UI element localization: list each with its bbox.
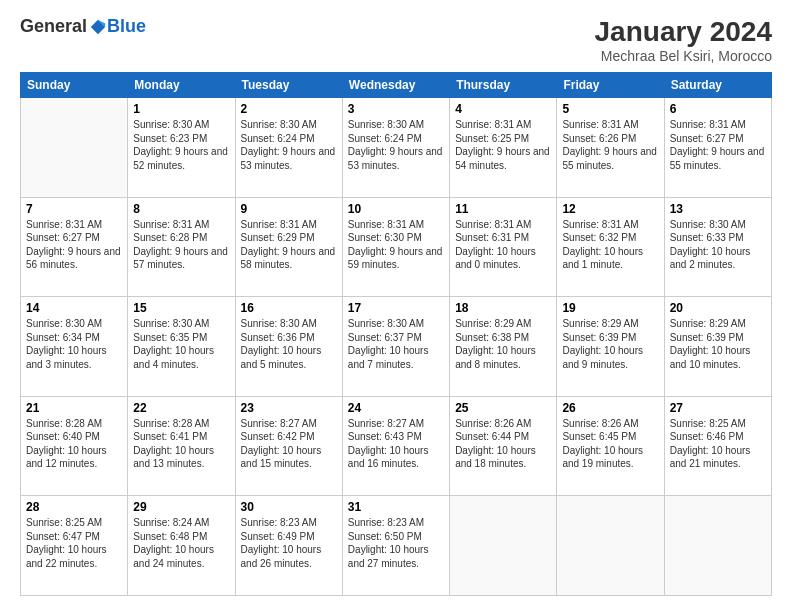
day-number: 10 [348,202,444,216]
day-info: Sunrise: 8:30 AMSunset: 6:36 PMDaylight:… [241,317,337,371]
subtitle: Mechraa Bel Ksiri, Morocco [595,48,772,64]
day-info: Sunrise: 8:31 AMSunset: 6:25 PMDaylight:… [455,118,551,172]
day-info: Sunrise: 8:27 AMSunset: 6:43 PMDaylight:… [348,417,444,471]
calendar-cell: 16Sunrise: 8:30 AMSunset: 6:36 PMDayligh… [235,297,342,397]
column-header-tuesday: Tuesday [235,73,342,98]
day-info: Sunrise: 8:24 AMSunset: 6:48 PMDaylight:… [133,516,229,570]
calendar-page: General Blue January 2024 Mechraa Bel Ks… [0,0,792,612]
day-number: 12 [562,202,658,216]
logo-icon [89,18,107,36]
day-number: 19 [562,301,658,315]
day-info: Sunrise: 8:31 AMSunset: 6:28 PMDaylight:… [133,218,229,272]
calendar-cell: 26Sunrise: 8:26 AMSunset: 6:45 PMDayligh… [557,396,664,496]
calendar-cell [450,496,557,596]
calendar-cell: 24Sunrise: 8:27 AMSunset: 6:43 PMDayligh… [342,396,449,496]
calendar-cell: 11Sunrise: 8:31 AMSunset: 6:31 PMDayligh… [450,197,557,297]
calendar-cell: 18Sunrise: 8:29 AMSunset: 6:38 PMDayligh… [450,297,557,397]
day-number: 31 [348,500,444,514]
day-info: Sunrise: 8:30 AMSunset: 6:37 PMDaylight:… [348,317,444,371]
day-info: Sunrise: 8:28 AMSunset: 6:41 PMDaylight:… [133,417,229,471]
day-info: Sunrise: 8:27 AMSunset: 6:42 PMDaylight:… [241,417,337,471]
day-number: 16 [241,301,337,315]
day-info: Sunrise: 8:31 AMSunset: 6:31 PMDaylight:… [455,218,551,272]
day-number: 21 [26,401,122,415]
column-header-saturday: Saturday [664,73,771,98]
calendar-cell: 31Sunrise: 8:23 AMSunset: 6:50 PMDayligh… [342,496,449,596]
day-number: 8 [133,202,229,216]
day-info: Sunrise: 8:30 AMSunset: 6:23 PMDaylight:… [133,118,229,172]
calendar-cell: 20Sunrise: 8:29 AMSunset: 6:39 PMDayligh… [664,297,771,397]
calendar-cell: 27Sunrise: 8:25 AMSunset: 6:46 PMDayligh… [664,396,771,496]
svg-marker-0 [91,19,105,33]
column-header-sunday: Sunday [21,73,128,98]
main-title: January 2024 [595,16,772,48]
calendar-header-row: SundayMondayTuesdayWednesdayThursdayFrid… [21,73,772,98]
calendar-cell: 4Sunrise: 8:31 AMSunset: 6:25 PMDaylight… [450,98,557,198]
calendar-cell: 8Sunrise: 8:31 AMSunset: 6:28 PMDaylight… [128,197,235,297]
day-number: 18 [455,301,551,315]
logo: General Blue [20,16,146,37]
day-number: 2 [241,102,337,116]
column-header-wednesday: Wednesday [342,73,449,98]
day-number: 24 [348,401,444,415]
day-info: Sunrise: 8:31 AMSunset: 6:30 PMDaylight:… [348,218,444,272]
day-number: 25 [455,401,551,415]
day-number: 15 [133,301,229,315]
column-header-thursday: Thursday [450,73,557,98]
day-info: Sunrise: 8:29 AMSunset: 6:38 PMDaylight:… [455,317,551,371]
day-info: Sunrise: 8:31 AMSunset: 6:26 PMDaylight:… [562,118,658,172]
calendar-cell: 12Sunrise: 8:31 AMSunset: 6:32 PMDayligh… [557,197,664,297]
day-number: 26 [562,401,658,415]
day-info: Sunrise: 8:25 AMSunset: 6:47 PMDaylight:… [26,516,122,570]
calendar-cell: 6Sunrise: 8:31 AMSunset: 6:27 PMDaylight… [664,98,771,198]
day-info: Sunrise: 8:30 AMSunset: 6:35 PMDaylight:… [133,317,229,371]
day-info: Sunrise: 8:30 AMSunset: 6:33 PMDaylight:… [670,218,766,272]
day-number: 11 [455,202,551,216]
day-number: 27 [670,401,766,415]
calendar-cell [557,496,664,596]
day-number: 13 [670,202,766,216]
day-info: Sunrise: 8:30 AMSunset: 6:24 PMDaylight:… [241,118,337,172]
title-block: January 2024 Mechraa Bel Ksiri, Morocco [595,16,772,64]
calendar-cell: 9Sunrise: 8:31 AMSunset: 6:29 PMDaylight… [235,197,342,297]
calendar-cell: 30Sunrise: 8:23 AMSunset: 6:49 PMDayligh… [235,496,342,596]
calendar-cell: 14Sunrise: 8:30 AMSunset: 6:34 PMDayligh… [21,297,128,397]
day-number: 1 [133,102,229,116]
day-info: Sunrise: 8:26 AMSunset: 6:44 PMDaylight:… [455,417,551,471]
calendar-cell: 29Sunrise: 8:24 AMSunset: 6:48 PMDayligh… [128,496,235,596]
calendar-cell: 22Sunrise: 8:28 AMSunset: 6:41 PMDayligh… [128,396,235,496]
calendar-cell: 17Sunrise: 8:30 AMSunset: 6:37 PMDayligh… [342,297,449,397]
day-number: 20 [670,301,766,315]
calendar-cell: 13Sunrise: 8:30 AMSunset: 6:33 PMDayligh… [664,197,771,297]
calendar-week-row: 28Sunrise: 8:25 AMSunset: 6:47 PMDayligh… [21,496,772,596]
day-number: 4 [455,102,551,116]
calendar-cell: 2Sunrise: 8:30 AMSunset: 6:24 PMDaylight… [235,98,342,198]
calendar-table: SundayMondayTuesdayWednesdayThursdayFrid… [20,72,772,596]
day-info: Sunrise: 8:23 AMSunset: 6:49 PMDaylight:… [241,516,337,570]
day-info: Sunrise: 8:26 AMSunset: 6:45 PMDaylight:… [562,417,658,471]
day-number: 9 [241,202,337,216]
calendar-week-row: 1Sunrise: 8:30 AMSunset: 6:23 PMDaylight… [21,98,772,198]
calendar-cell: 23Sunrise: 8:27 AMSunset: 6:42 PMDayligh… [235,396,342,496]
calendar-cell [664,496,771,596]
calendar-cell: 3Sunrise: 8:30 AMSunset: 6:24 PMDaylight… [342,98,449,198]
day-info: Sunrise: 8:30 AMSunset: 6:34 PMDaylight:… [26,317,122,371]
calendar-cell: 15Sunrise: 8:30 AMSunset: 6:35 PMDayligh… [128,297,235,397]
calendar-cell: 1Sunrise: 8:30 AMSunset: 6:23 PMDaylight… [128,98,235,198]
day-info: Sunrise: 8:25 AMSunset: 6:46 PMDaylight:… [670,417,766,471]
day-info: Sunrise: 8:29 AMSunset: 6:39 PMDaylight:… [562,317,658,371]
calendar-cell: 28Sunrise: 8:25 AMSunset: 6:47 PMDayligh… [21,496,128,596]
day-number: 17 [348,301,444,315]
calendar-cell: 25Sunrise: 8:26 AMSunset: 6:44 PMDayligh… [450,396,557,496]
day-info: Sunrise: 8:28 AMSunset: 6:40 PMDaylight:… [26,417,122,471]
day-number: 22 [133,401,229,415]
day-info: Sunrise: 8:29 AMSunset: 6:39 PMDaylight:… [670,317,766,371]
day-info: Sunrise: 8:30 AMSunset: 6:24 PMDaylight:… [348,118,444,172]
calendar-cell: 7Sunrise: 8:31 AMSunset: 6:27 PMDaylight… [21,197,128,297]
day-number: 3 [348,102,444,116]
column-header-friday: Friday [557,73,664,98]
day-number: 6 [670,102,766,116]
calendar-week-row: 14Sunrise: 8:30 AMSunset: 6:34 PMDayligh… [21,297,772,397]
day-number: 7 [26,202,122,216]
column-header-monday: Monday [128,73,235,98]
